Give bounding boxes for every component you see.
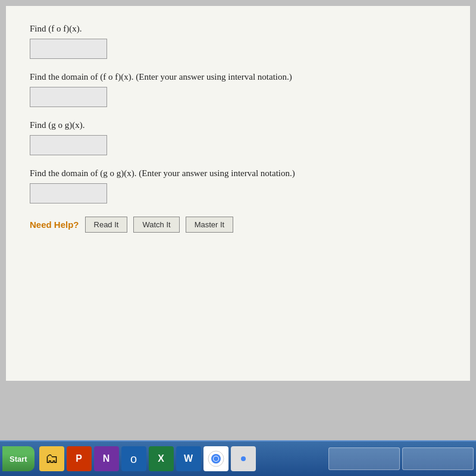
need-help-label: Need Help?: [30, 220, 79, 230]
question-label-1: Find (f o f)(x).: [30, 24, 446, 34]
main-content: Find (f o f)(x). Find the domain of (f o…: [6, 6, 470, 381]
svg-point-5: [241, 456, 246, 461]
taskbar-open-apps: [328, 447, 474, 470]
question-block-4: Find the domain of (g o g)(x). (Enter yo…: [30, 168, 446, 203]
taskbar-word-icon[interactable]: W: [176, 446, 201, 471]
answer-input-1[interactable]: [30, 39, 107, 59]
master-it-button[interactable]: Master It: [186, 217, 234, 233]
taskbar-chrome-icon[interactable]: [203, 446, 228, 471]
answer-input-3[interactable]: [30, 135, 107, 155]
answer-input-4[interactable]: [30, 183, 107, 203]
read-it-button[interactable]: Read It: [85, 217, 128, 233]
taskbar-powerpoint-icon[interactable]: P: [67, 446, 92, 471]
open-app-2[interactable]: [402, 447, 474, 470]
question-block-1: Find (f o f)(x).: [30, 24, 446, 59]
help-row: Need Help? Read It Watch It Master It: [30, 217, 446, 233]
open-app-1[interactable]: [328, 447, 400, 470]
taskbar-folder-icon[interactable]: 🗂: [39, 446, 64, 471]
question-block-2: Find the domain of (f o f)(x). (Enter yo…: [30, 72, 446, 107]
taskbar-chrome2-icon[interactable]: [231, 446, 256, 471]
watch-it-button[interactable]: Watch It: [133, 217, 179, 233]
taskbar-onenote-icon[interactable]: N: [94, 446, 119, 471]
question-label-2: Find the domain of (f o f)(x). (Enter yo…: [30, 72, 446, 82]
svg-point-3: [214, 456, 218, 461]
start-button[interactable]: Start: [2, 446, 35, 471]
taskbar: Start 🗂 P N o X W: [0, 440, 476, 476]
taskbar-outlook-icon[interactable]: o: [121, 446, 146, 471]
question-label-4: Find the domain of (g o g)(x). (Enter yo…: [30, 168, 446, 178]
taskbar-excel-icon[interactable]: X: [149, 446, 174, 471]
answer-input-2[interactable]: [30, 87, 107, 107]
question-label-3: Find (g o g)(x).: [30, 120, 446, 130]
question-block-3: Find (g o g)(x).: [30, 120, 446, 155]
